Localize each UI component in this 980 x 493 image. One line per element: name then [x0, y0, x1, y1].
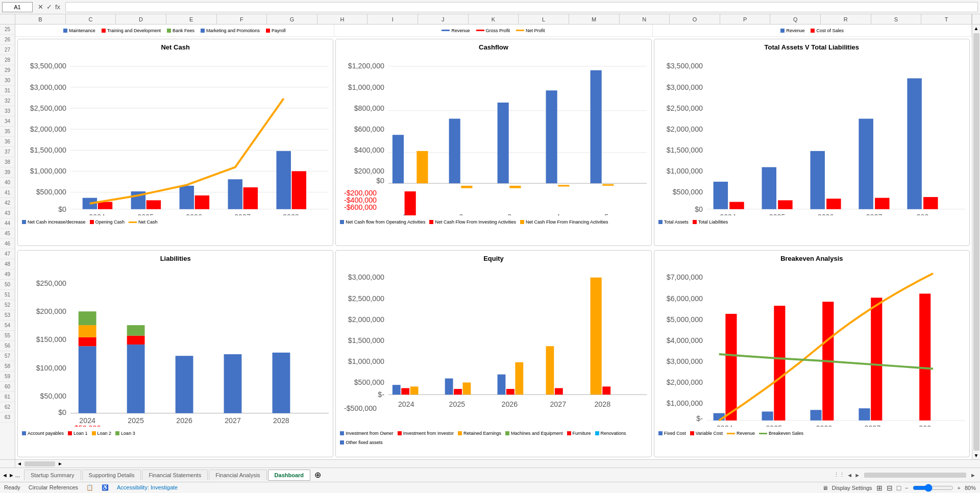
col-E[interactable]: E: [166, 14, 217, 24]
svg-rect-94: [79, 325, 96, 337]
svg-text:$0: $0: [58, 408, 66, 416]
add-sheet-button[interactable]: ⊕: [311, 470, 324, 480]
tab-nav-left[interactable]: ◄ ► ...: [0, 472, 22, 478]
total-assets-legend: Total Assets Total Liabilities: [658, 219, 965, 225]
row-33: 33: [0, 106, 15, 116]
view-page-layout-icon[interactable]: □: [897, 484, 901, 492]
col-D[interactable]: D: [116, 14, 166, 24]
svg-rect-96: [127, 344, 145, 413]
svg-text:2027: 2027: [550, 400, 567, 408]
tab-supporting-details[interactable]: Supporting Details: [82, 470, 141, 480]
col-M[interactable]: M: [569, 14, 620, 24]
row-27: 27: [0, 45, 15, 55]
tab-financial-analysis[interactable]: Financial Analysis: [209, 470, 266, 480]
tab-dashboard[interactable]: Dashboard: [268, 470, 310, 481]
scroll-left[interactable]: ◄: [15, 461, 23, 466]
sheet-scroll-right[interactable]: ►: [970, 472, 976, 478]
view-normal-icon[interactable]: ⊞: [876, 484, 883, 492]
scroll-thumb[interactable]: [973, 33, 979, 451]
col-S[interactable]: S: [871, 14, 922, 24]
svg-rect-70: [713, 182, 727, 209]
status-ready: Ready: [4, 484, 20, 491]
svg-text:2026: 2026: [186, 213, 202, 215]
tab-financial-statements[interactable]: Financial Statements: [142, 470, 208, 480]
svg-text:2027: 2027: [864, 424, 880, 427]
row-48: 48: [0, 259, 15, 269]
zoom-slider[interactable]: [913, 484, 953, 492]
sheet-scrollbar[interactable]: [864, 473, 966, 478]
col-G[interactable]: G: [267, 14, 317, 24]
svg-text:$3,000,000: $3,000,000: [666, 357, 702, 365]
breakeven-svg: $7,000,000 $6,000,000 $5,000,000 $4,000,…: [658, 265, 965, 427]
view-page-break-icon[interactable]: ⊟: [887, 484, 893, 492]
horizontal-scroll-row: ◄ ►: [0, 459, 980, 467]
scroll-up[interactable]: ▲: [973, 24, 980, 32]
svg-text:2: 2: [459, 213, 463, 215]
col-C[interactable]: C: [66, 14, 116, 24]
tab-more[interactable]: ...: [15, 472, 20, 478]
svg-text:2025: 2025: [769, 213, 785, 215]
tab-startup-summary[interactable]: Startup Summary: [24, 470, 81, 480]
row-57: 57: [0, 351, 15, 361]
col-L[interactable]: L: [519, 14, 569, 24]
cancel-icon[interactable]: ✕: [38, 3, 43, 11]
svg-rect-23: [243, 187, 258, 209]
h-scroll-area[interactable]: ◄ ►: [15, 460, 980, 467]
svg-rect-101: [273, 353, 290, 413]
equity-chart: Equity $3,000,000 $2,500,000 $2,000,000 …: [335, 250, 651, 457]
confirm-icon[interactable]: ✓: [46, 3, 52, 11]
col-N[interactable]: N: [620, 14, 670, 24]
svg-text:$1,200,000: $1,200,000: [348, 62, 384, 70]
zoom-in-icon[interactable]: +: [958, 485, 961, 491]
row-29: 29: [0, 65, 15, 76]
formula-bar: ✕ ✓ fx: [0, 0, 980, 14]
svg-text:$1,500,000: $1,500,000: [30, 146, 66, 154]
col-F[interactable]: F: [217, 14, 267, 24]
row-56: 56: [0, 341, 15, 351]
status-accessibility[interactable]: Accessibility: Investigate: [117, 484, 178, 491]
tab-nav-prev[interactable]: ◄: [2, 472, 8, 478]
tab-scroll-left-icon[interactable]: ◄: [847, 472, 852, 478]
svg-rect-148: [725, 314, 737, 421]
tab-nav-next[interactable]: ►: [9, 472, 14, 478]
row-63: 63: [0, 412, 15, 423]
tab-list: Startup Summary Supporting Details Finan…: [22, 470, 829, 481]
tab-options-icon[interactable]: ⋮⋮: [834, 472, 845, 478]
net-cash-title: Net Cash: [22, 43, 329, 51]
svg-text:$200,000: $200,000: [36, 307, 66, 315]
row-60: 60: [0, 382, 15, 392]
svg-rect-17: [98, 202, 112, 209]
h-scroll-thumb[interactable]: [24, 461, 55, 466]
col-J[interactable]: J: [418, 14, 469, 24]
svg-rect-19: [146, 200, 161, 209]
row-39: 39: [0, 167, 15, 178]
col-H[interactable]: H: [317, 14, 368, 24]
scroll-right[interactable]: ►: [56, 461, 64, 466]
formula-input[interactable]: [65, 2, 978, 12]
col-I[interactable]: I: [368, 14, 418, 24]
svg-text:-$500,000: -$500,000: [344, 404, 377, 412]
row-34: 34: [0, 116, 15, 127]
display-settings-label[interactable]: Display Settings: [832, 485, 872, 491]
svg-text:2025: 2025: [128, 416, 144, 425]
zoom-out-icon[interactable]: −: [905, 485, 908, 491]
row-28: 28: [0, 55, 15, 65]
cashflow-svg: $1,200,000 $1,000,000 $800,000 $600,000 …: [340, 54, 647, 215]
svg-rect-75: [826, 199, 841, 209]
scroll-down[interactable]: ▼: [973, 452, 980, 459]
main-area: 25 26 27 28 29 30 31 32 33 34 35 36 37 3…: [0, 24, 980, 459]
col-R[interactable]: R: [821, 14, 871, 24]
vertical-scrollbar[interactable]: ▲ ▼: [972, 24, 980, 459]
svg-text:2026: 2026: [502, 400, 518, 408]
col-K[interactable]: K: [469, 14, 519, 24]
col-Q[interactable]: Q: [770, 14, 821, 24]
col-P[interactable]: P: [720, 14, 771, 24]
col-O[interactable]: O: [670, 14, 720, 24]
breakeven-title: Breakeven Analysis: [658, 255, 965, 262]
equity-legend: Investment from Owner Investment from In…: [340, 431, 647, 445]
col-B[interactable]: B: [15, 14, 66, 24]
tab-scroll-right-icon[interactable]: ►: [854, 472, 860, 478]
col-T[interactable]: T: [921, 14, 972, 24]
svg-text:2026: 2026: [816, 424, 832, 427]
cell-reference[interactable]: [2, 2, 33, 12]
